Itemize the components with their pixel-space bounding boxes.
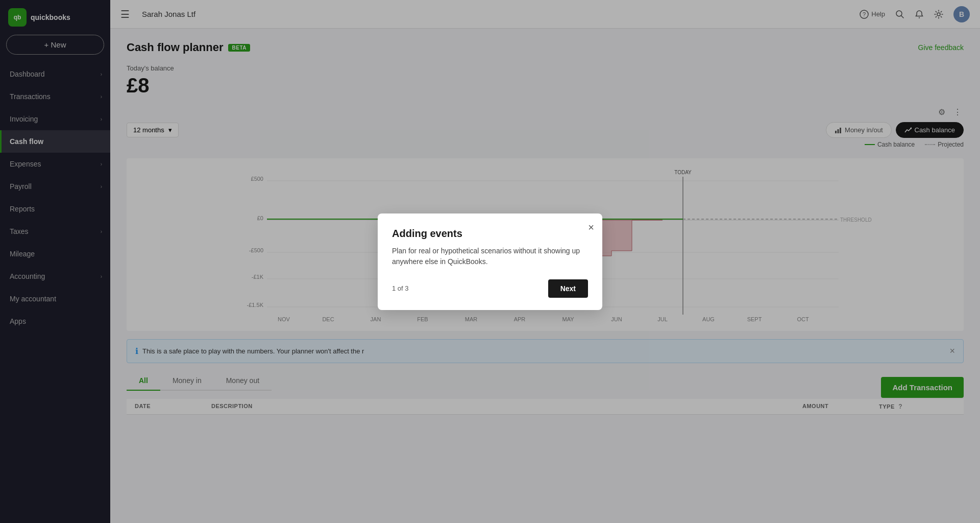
modal-title: Adding events bbox=[392, 228, 588, 240]
modal-body: Plan for real or hypothetical scenarios … bbox=[392, 246, 588, 267]
modal-next-button[interactable]: Next bbox=[548, 279, 588, 298]
modal-footer: 1 of 3 Next bbox=[392, 279, 588, 298]
modal-pager: 1 of 3 bbox=[392, 284, 409, 292]
modal-close-button[interactable]: × bbox=[588, 222, 594, 233]
adding-events-modal: × Adding events Plan for real or hypothe… bbox=[378, 213, 602, 310]
modal-overlay: × Adding events Plan for real or hypothe… bbox=[0, 0, 980, 523]
